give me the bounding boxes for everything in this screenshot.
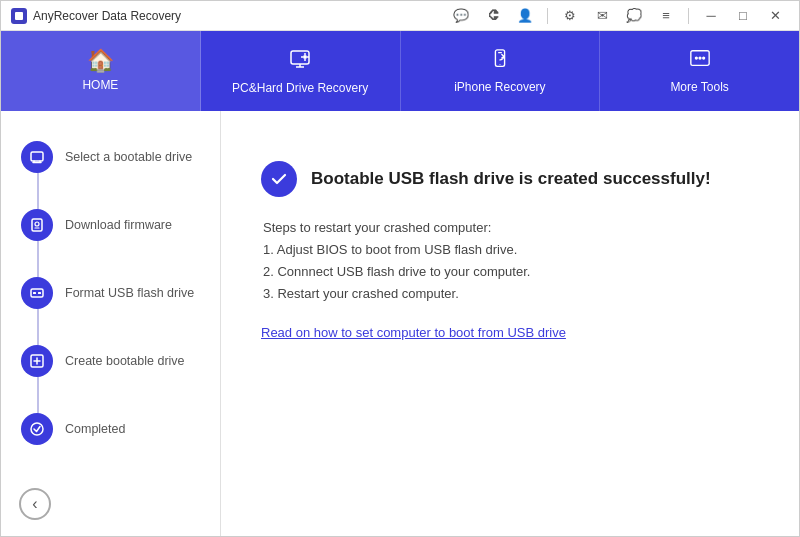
sidebar: Select a bootable drive Download firmwar… — [1, 111, 221, 537]
title-bar-controls: 💬 ⮈ 👤 ⚙ ✉ 💭 ≡ ─ □ ✕ — [447, 6, 789, 26]
discord-icon[interactable]: 💬 — [447, 6, 475, 26]
avatar-icon[interactable]: 👤 — [511, 6, 539, 26]
instruction-step3: 3. Restart your crashed computer. — [263, 283, 759, 305]
svg-point-7 — [702, 57, 704, 59]
nav-more-tools-label: More Tools — [670, 80, 728, 94]
back-button-area: ‹ — [19, 488, 51, 520]
svg-rect-11 — [31, 289, 43, 297]
step-format-usb: Format USB flash drive — [21, 277, 200, 309]
menu-icon[interactable]: ≡ — [652, 6, 680, 26]
step-label-select: Select a bootable drive — [65, 150, 192, 164]
separator2 — [688, 8, 689, 24]
step-label-create: Create bootable drive — [65, 354, 185, 368]
step-circle-download — [21, 209, 53, 241]
step-circle-create — [21, 345, 53, 377]
chat-icon[interactable]: 💭 — [620, 6, 648, 26]
step-circle-select — [21, 141, 53, 173]
step-completed: Completed — [21, 413, 200, 445]
main-content: Select a bootable drive Download firmwar… — [1, 111, 799, 537]
svg-rect-9 — [32, 219, 42, 231]
nav-item-home[interactable]: 🏠 HOME — [1, 31, 201, 111]
back-icon: ‹ — [32, 495, 37, 513]
svg-point-6 — [699, 57, 701, 59]
success-header: Bootable USB flash drive is created succ… — [261, 161, 759, 197]
success-checkmark-icon — [261, 161, 297, 197]
step-circle-completed — [21, 413, 53, 445]
svg-point-10 — [35, 222, 39, 226]
pc-recovery-icon — [288, 47, 312, 75]
settings-icon[interactable]: ⚙ — [556, 6, 584, 26]
app-title: AnyRecover Data Recovery — [33, 9, 181, 23]
step-create-bootable: Create bootable drive — [21, 345, 200, 377]
step-label-format: Format USB flash drive — [65, 286, 194, 300]
success-title: Bootable USB flash drive is created succ… — [311, 169, 711, 189]
nav-home-label: HOME — [82, 78, 118, 92]
nav-bar: 🏠 HOME PC&Hard Drive Recovery iPhone Rec… — [1, 31, 799, 111]
close-button[interactable]: ✕ — [761, 6, 789, 26]
step-label-download: Download firmware — [65, 218, 172, 232]
read-more-link[interactable]: Read on how to set computer to boot from… — [261, 325, 566, 340]
maximize-button[interactable]: □ — [729, 6, 757, 26]
separator — [547, 8, 548, 24]
title-bar: AnyRecover Data Recovery 💬 ⮈ 👤 ⚙ ✉ 💭 ≡ ─… — [1, 1, 799, 31]
svg-point-15 — [31, 423, 43, 435]
nav-pc-recovery-label: PC&Hard Drive Recovery — [232, 81, 368, 95]
nav-item-iphone-recovery[interactable]: iPhone Recovery — [401, 31, 601, 111]
instruction-step1: 1. Adjust BIOS to boot from USB flash dr… — [263, 239, 759, 261]
home-icon: 🏠 — [87, 50, 114, 72]
iphone-recovery-icon — [489, 48, 511, 74]
svg-rect-12 — [33, 292, 36, 294]
minimize-button[interactable]: ─ — [697, 6, 725, 26]
more-tools-icon — [689, 48, 711, 74]
email-icon[interactable]: ✉ — [588, 6, 616, 26]
step-circle-format — [21, 277, 53, 309]
step-label-completed: Completed — [65, 422, 125, 436]
instruction-step2: 2. Connnect USB flash drive to your comp… — [263, 261, 759, 283]
svg-rect-8 — [31, 152, 43, 161]
share-icon[interactable]: ⮈ — [479, 6, 507, 26]
steps-list: Select a bootable drive Download firmwar… — [21, 141, 200, 445]
step-select-drive: Select a bootable drive — [21, 141, 200, 173]
svg-point-5 — [695, 57, 697, 59]
svg-rect-13 — [38, 292, 41, 294]
back-button[interactable]: ‹ — [19, 488, 51, 520]
steps-instructions: Steps to restart your crashed computer: … — [263, 217, 759, 305]
step-download-firmware: Download firmware — [21, 209, 200, 241]
nav-item-pc-recovery[interactable]: PC&Hard Drive Recovery — [201, 31, 401, 111]
svg-rect-0 — [15, 12, 23, 20]
instruction-intro: Steps to restart your crashed computer: — [263, 217, 759, 239]
right-content: Bootable USB flash drive is created succ… — [221, 111, 799, 537]
nav-iphone-recovery-label: iPhone Recovery — [454, 80, 545, 94]
app-icon — [11, 8, 27, 24]
title-bar-left: AnyRecover Data Recovery — [11, 8, 181, 24]
svg-point-2 — [303, 55, 307, 59]
nav-item-more-tools[interactable]: More Tools — [600, 31, 799, 111]
